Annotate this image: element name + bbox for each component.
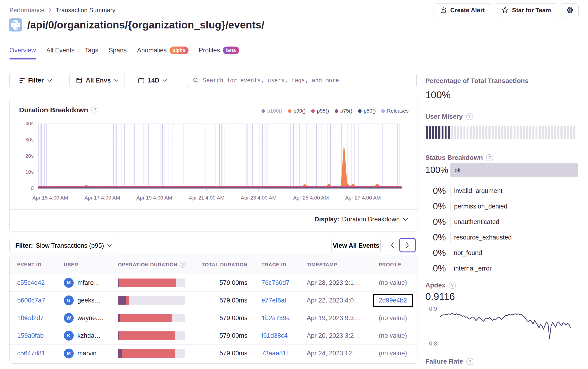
help-icon[interactable]: ? [466, 358, 473, 365]
breadcrumb-chevron-icon [48, 7, 52, 13]
page-title: /api/0/organizations/{organization_slug}… [27, 19, 264, 31]
breadcrumb-performance[interactable]: Performance [10, 7, 44, 14]
misery-segment [495, 126, 497, 139]
misery-segment [533, 126, 534, 139]
column-header-timestamp[interactable]: TIMESTAMP [307, 262, 379, 268]
misery-segment [570, 126, 572, 139]
misery-segment [536, 126, 537, 139]
tab-profiles[interactable]: Profilesbeta [199, 47, 239, 59]
help-icon[interactable]: ? [466, 113, 473, 120]
misery-segment [498, 126, 500, 139]
misery-segment [438, 126, 440, 139]
next-page-button[interactable] [399, 238, 416, 252]
apdex-value: 0.9116 [425, 291, 455, 302]
tab-overview[interactable]: Overview [10, 47, 36, 59]
legend-item-p100[interactable]: p100() [262, 108, 282, 114]
trace-id-link[interactable]: 73aae81f [262, 350, 288, 357]
timestamp: Apr 28, 2023 2:1… [307, 279, 379, 287]
profile-no-value: (no value) [379, 279, 407, 286]
status-percentage: 100% [425, 165, 446, 175]
column-header-user[interactable]: USER [64, 262, 118, 268]
pagination [385, 238, 415, 252]
legend-item-Releases[interactable]: Releases [381, 108, 409, 114]
display-selector[interactable]: Display: Duration Breakdown [315, 216, 408, 223]
trace-id-link[interactable]: 76c760d7 [262, 279, 290, 286]
legend-dot [335, 109, 338, 113]
trace-id-link[interactable]: 1b2a759a [262, 314, 290, 321]
column-header-total-duration[interactable]: TOTAL DURATION [199, 262, 262, 268]
previous-page-button[interactable] [385, 238, 400, 252]
settings-button[interactable]: ⚙ [561, 3, 578, 17]
star-for-team-button[interactable]: Star for Team [495, 3, 557, 17]
date-range-selector[interactable]: 14D [125, 73, 180, 88]
search-input[interactable] [203, 77, 411, 84]
create-alert-button[interactable]: Create Alert [434, 3, 491, 17]
tab-spans[interactable]: Spans [109, 47, 127, 59]
help-icon[interactable]: ? [91, 107, 98, 113]
environment-selector[interactable]: All Envs [70, 73, 125, 88]
event-id-link[interactable]: b600c7a7 [17, 297, 45, 304]
badge-beta: beta [223, 47, 239, 54]
help-icon[interactable]: ? [486, 154, 493, 161]
x-tick-label: Apr 17 4:00 AM [84, 195, 120, 201]
misery-segment [554, 126, 556, 139]
user-name: geeks… [77, 297, 101, 304]
view-all-events-button[interactable]: View All Events [331, 238, 381, 253]
event-id-link[interactable]: 1f6ed2d7 [17, 314, 44, 321]
user-misery-bar [426, 126, 575, 139]
timestamp: Apr 19, 2023 9:3… [307, 314, 379, 322]
trace-id-link[interactable]: e77ef6af [262, 297, 286, 304]
legend-item-p95[interactable]: p95() [311, 108, 329, 114]
misery-segment [573, 126, 575, 139]
status-label: not_found [450, 248, 482, 258]
status-percentage: 0% [425, 201, 446, 211]
filter-dropdown-button[interactable]: Filter [10, 73, 62, 88]
status-label: invalid_argument [450, 186, 503, 196]
help-icon[interactable]: ? [449, 282, 456, 289]
legend-item-p99[interactable]: p99() [288, 108, 305, 114]
misery-segment [507, 126, 509, 139]
tab-label: Anomalies [137, 47, 167, 54]
event-id-link[interactable]: c5647d81 [17, 350, 45, 357]
operation-duration-bar [118, 331, 185, 340]
badge-alpha: alpha [169, 47, 188, 54]
view-all-events-label: View All Events [333, 242, 379, 249]
legend-item-p75[interactable]: p75() [335, 108, 352, 114]
tab-anomalies[interactable]: Anomaliesalpha [137, 47, 188, 59]
misery-segment [567, 126, 569, 139]
x-tick-label: Apr 21 4:00 AM [189, 195, 225, 201]
avatar: M [64, 278, 74, 288]
misery-segment [501, 126, 503, 139]
status-percentage: 0% [425, 248, 446, 258]
help-icon[interactable]: ? [180, 262, 186, 268]
column-header-profile[interactable]: PROFILE [379, 262, 410, 268]
profile-link[interactable]: 2d99e4b2 [379, 297, 407, 304]
column-header-operation-duration[interactable]: OPERATION DURATION? [118, 262, 199, 268]
transactions-filter-button[interactable]: Filter: Slow Transactions (p95) [10, 238, 118, 253]
user-name: wayne.… [77, 314, 104, 322]
event-id-link[interactable]: 159a0fab [17, 332, 44, 339]
title-row: /api/0/organizations/{organization_slug}… [9, 18, 264, 31]
profile-no-value: (no value) [379, 314, 407, 321]
misery-segment [529, 126, 531, 139]
legend-item-p50[interactable]: p50() [358, 108, 376, 114]
events-table-header: EVENT IDUSEROPERATION DURATION?TOTAL DUR… [10, 255, 418, 274]
status-bar[interactable]: ok [450, 163, 578, 177]
tab-all-events[interactable]: All Events [46, 47, 75, 59]
status-row-invalid_argument: 0%invalid_argument [425, 186, 578, 196]
x-tick-label: Apr 23 4:00 AM [241, 195, 277, 201]
tab-tags[interactable]: Tags [85, 47, 98, 59]
misery-segment [476, 126, 478, 139]
display-value: Duration Breakdown [342, 216, 400, 223]
misery-segment [482, 126, 484, 139]
duration-breakdown-title: Duration Breakdown [19, 106, 88, 114]
legend-label: Releases [387, 108, 409, 114]
misery-segment [457, 126, 459, 139]
y-tick-label: 20s [10, 153, 34, 159]
column-header-trace-id[interactable]: TRACE ID [262, 262, 307, 268]
event-id-link[interactable]: c55c4d42 [17, 279, 45, 286]
column-header-event-id[interactable]: EVENT ID [17, 262, 64, 268]
operation-duration-bar [118, 314, 185, 322]
trace-id-link[interactable]: f61d38c4 [262, 332, 288, 339]
column-header-label: OPERATION DURATION [118, 262, 178, 268]
